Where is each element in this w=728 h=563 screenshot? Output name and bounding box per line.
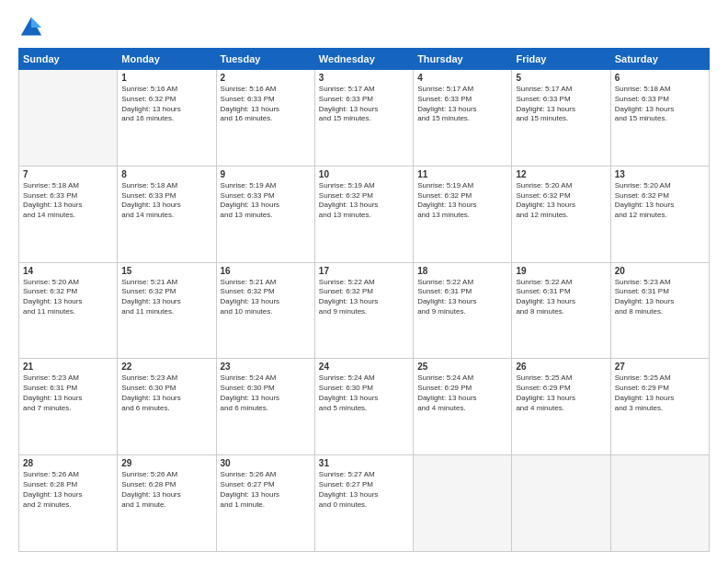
calendar-cell: 9Sunrise: 5:19 AM Sunset: 6:33 PM Daylig… [216,166,314,262]
svg-marker-1 [31,17,41,28]
calendar-week-4: 21Sunrise: 5:23 AM Sunset: 6:31 PM Dayli… [19,359,710,455]
day-number: 14 [23,266,113,276]
calendar-cell: 12Sunrise: 5:20 AM Sunset: 6:32 PM Dayli… [512,166,610,262]
day-info: Sunrise: 5:16 AM Sunset: 6:32 PM Dayligh… [121,85,211,124]
calendar-cell: 8Sunrise: 5:18 AM Sunset: 6:33 PM Daylig… [118,166,216,262]
weekday-header-monday: Monday [118,49,216,70]
calendar-cell: 10Sunrise: 5:19 AM Sunset: 6:32 PM Dayli… [314,166,413,262]
calendar-cell: 28Sunrise: 5:26 AM Sunset: 6:28 PM Dayli… [19,455,118,552]
day-number: 19 [516,266,606,276]
calendar-cell [610,455,709,552]
calendar-table: SundayMondayTuesdayWednesdayThursdayFrid… [18,48,710,552]
day-info: Sunrise: 5:20 AM Sunset: 6:32 PM Dayligh… [23,278,113,317]
day-info: Sunrise: 5:23 AM Sunset: 6:31 PM Dayligh… [23,373,113,413]
calendar-week-3: 14Sunrise: 5:20 AM Sunset: 6:32 PM Dayli… [19,262,710,359]
calendar-cell: 4Sunrise: 5:17 AM Sunset: 6:33 PM Daylig… [414,70,512,167]
day-info: Sunrise: 5:18 AM Sunset: 6:33 PM Dayligh… [121,181,211,221]
page: SundayMondayTuesdayWednesdayThursdayFrid… [0,0,728,563]
day-number: 11 [417,169,507,179]
weekday-header-saturday: Saturday [610,49,709,70]
calendar-cell: 11Sunrise: 5:19 AM Sunset: 6:32 PM Dayli… [414,166,512,262]
day-number: 12 [516,169,606,179]
day-number: 24 [319,362,409,372]
calendar-week-1: 1Sunrise: 5:16 AM Sunset: 6:32 PM Daylig… [19,70,710,167]
day-number: 20 [615,266,705,276]
day-info: Sunrise: 5:20 AM Sunset: 6:32 PM Dayligh… [516,181,606,221]
calendar-cell: 15Sunrise: 5:21 AM Sunset: 6:32 PM Dayli… [118,262,216,359]
calendar-cell: 5Sunrise: 5:17 AM Sunset: 6:33 PM Daylig… [512,70,610,167]
calendar-cell: 13Sunrise: 5:20 AM Sunset: 6:32 PM Dayli… [610,166,709,262]
day-number: 6 [615,73,705,83]
day-info: Sunrise: 5:17 AM Sunset: 6:33 PM Dayligh… [417,85,507,124]
calendar-cell: 23Sunrise: 5:24 AM Sunset: 6:30 PM Dayli… [216,359,314,455]
day-info: Sunrise: 5:22 AM Sunset: 6:32 PM Dayligh… [319,278,409,317]
day-info: Sunrise: 5:23 AM Sunset: 6:31 PM Dayligh… [615,278,705,317]
day-info: Sunrise: 5:18 AM Sunset: 6:33 PM Dayligh… [615,85,705,124]
day-info: Sunrise: 5:19 AM Sunset: 6:33 PM Dayligh… [221,181,311,221]
weekday-header-thursday: Thursday [414,49,512,70]
day-number: 2 [221,73,311,83]
day-number: 1 [121,73,211,83]
calendar-cell [19,70,118,167]
calendar-cell [512,455,610,552]
calendar-cell: 6Sunrise: 5:18 AM Sunset: 6:33 PM Daylig… [610,70,709,167]
logo-icon [18,15,44,40]
day-number: 21 [23,362,113,372]
day-number: 9 [221,169,311,179]
day-info: Sunrise: 5:24 AM Sunset: 6:30 PM Dayligh… [221,373,311,413]
day-info: Sunrise: 5:27 AM Sunset: 6:27 PM Dayligh… [319,470,409,510]
calendar-cell: 22Sunrise: 5:23 AM Sunset: 6:30 PM Dayli… [118,359,216,455]
weekday-header-wednesday: Wednesday [314,49,413,70]
day-info: Sunrise: 5:22 AM Sunset: 6:31 PM Dayligh… [516,278,606,317]
day-number: 8 [121,169,211,179]
calendar-cell: 25Sunrise: 5:24 AM Sunset: 6:29 PM Dayli… [414,359,512,455]
day-info: Sunrise: 5:26 AM Sunset: 6:28 PM Dayligh… [121,470,211,510]
day-number: 18 [417,266,507,276]
logo [18,15,48,40]
day-info: Sunrise: 5:20 AM Sunset: 6:32 PM Dayligh… [615,181,705,221]
calendar-cell: 29Sunrise: 5:26 AM Sunset: 6:28 PM Dayli… [118,455,216,552]
day-number: 31 [319,458,409,468]
calendar-cell: 17Sunrise: 5:22 AM Sunset: 6:32 PM Dayli… [314,262,413,359]
day-info: Sunrise: 5:21 AM Sunset: 6:32 PM Dayligh… [221,278,311,317]
day-info: Sunrise: 5:17 AM Sunset: 6:33 PM Dayligh… [516,85,606,124]
calendar-week-2: 7Sunrise: 5:18 AM Sunset: 6:33 PM Daylig… [19,166,710,262]
calendar-cell: 24Sunrise: 5:24 AM Sunset: 6:30 PM Dayli… [314,359,413,455]
day-number: 16 [221,266,311,276]
calendar-cell: 21Sunrise: 5:23 AM Sunset: 6:31 PM Dayli… [19,359,118,455]
calendar-cell: 27Sunrise: 5:25 AM Sunset: 6:29 PM Dayli… [610,359,709,455]
day-info: Sunrise: 5:19 AM Sunset: 6:32 PM Dayligh… [319,181,409,221]
day-number: 13 [615,169,705,179]
calendar-cell: 14Sunrise: 5:20 AM Sunset: 6:32 PM Dayli… [19,262,118,359]
day-number: 15 [121,266,211,276]
day-number: 30 [221,458,311,468]
day-number: 10 [319,169,409,179]
day-number: 29 [121,458,211,468]
calendar-cell: 2Sunrise: 5:16 AM Sunset: 6:33 PM Daylig… [216,70,314,167]
header [18,15,710,40]
calendar-cell [414,455,512,552]
day-info: Sunrise: 5:23 AM Sunset: 6:30 PM Dayligh… [121,373,211,413]
day-number: 28 [23,458,113,468]
calendar-week-5: 28Sunrise: 5:26 AM Sunset: 6:28 PM Dayli… [19,455,710,552]
day-number: 26 [516,362,606,372]
day-info: Sunrise: 5:21 AM Sunset: 6:32 PM Dayligh… [121,278,211,317]
calendar-cell: 7Sunrise: 5:18 AM Sunset: 6:33 PM Daylig… [19,166,118,262]
weekday-header-sunday: Sunday [19,49,118,70]
day-number: 5 [516,73,606,83]
calendar-header-row: SundayMondayTuesdayWednesdayThursdayFrid… [19,49,710,70]
day-number: 7 [23,169,113,179]
calendar-cell: 3Sunrise: 5:17 AM Sunset: 6:33 PM Daylig… [314,70,413,167]
calendar-cell: 31Sunrise: 5:27 AM Sunset: 6:27 PM Dayli… [314,455,413,552]
day-info: Sunrise: 5:18 AM Sunset: 6:33 PM Dayligh… [23,181,113,221]
day-info: Sunrise: 5:26 AM Sunset: 6:28 PM Dayligh… [23,470,113,510]
day-info: Sunrise: 5:22 AM Sunset: 6:31 PM Dayligh… [417,278,507,317]
day-number: 23 [221,362,311,372]
calendar-cell: 16Sunrise: 5:21 AM Sunset: 6:32 PM Dayli… [216,262,314,359]
calendar-cell: 19Sunrise: 5:22 AM Sunset: 6:31 PM Dayli… [512,262,610,359]
day-info: Sunrise: 5:25 AM Sunset: 6:29 PM Dayligh… [615,373,705,413]
calendar-cell: 20Sunrise: 5:23 AM Sunset: 6:31 PM Dayli… [610,262,709,359]
day-info: Sunrise: 5:17 AM Sunset: 6:33 PM Dayligh… [319,85,409,124]
calendar-cell: 18Sunrise: 5:22 AM Sunset: 6:31 PM Dayli… [414,262,512,359]
calendar-cell: 1Sunrise: 5:16 AM Sunset: 6:32 PM Daylig… [118,70,216,167]
